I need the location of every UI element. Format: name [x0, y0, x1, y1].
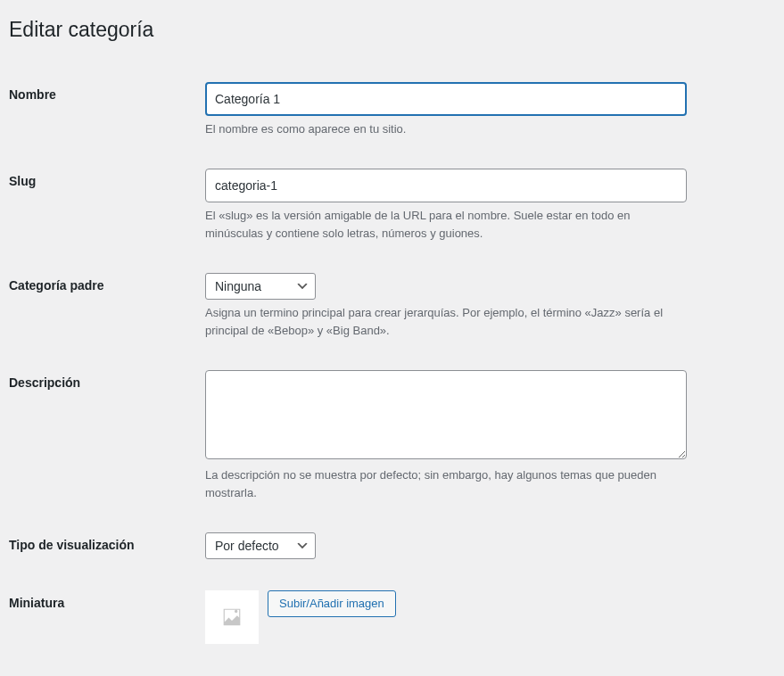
field-row-description: Descripción La descripción no se muestra…: [9, 357, 775, 519]
field-row-thumbnail: Miniatura Subir/Añadir imagen: [9, 577, 775, 662]
image-placeholder-icon: [219, 605, 244, 630]
edit-category-form: Editar categoría Nombre El nombre es com…: [9, 9, 775, 676]
field-row-display-type: Tipo de visualización Por defecto: [9, 519, 775, 577]
parent-select[interactable]: Ninguna: [205, 273, 316, 300]
slug-input[interactable]: [205, 169, 687, 202]
thumbnail-container: Subir/Añadir imagen: [205, 590, 766, 644]
display-type-label: Tipo de visualización: [9, 519, 205, 577]
upload-image-button[interactable]: Subir/Añadir imagen: [268, 590, 396, 617]
slug-label: Slug: [9, 155, 205, 260]
description-help: La descripción no se muestra por defecto…: [205, 466, 687, 501]
thumbnail-label: Miniatura: [9, 577, 205, 662]
parent-label: Categoría padre: [9, 260, 205, 357]
description-textarea[interactable]: [205, 370, 687, 459]
name-input[interactable]: [205, 82, 687, 116]
thumbnail-placeholder: [205, 590, 259, 644]
description-label: Descripción: [9, 357, 205, 519]
form-table: Nombre El nombre es como aparece en tu s…: [9, 69, 775, 663]
display-type-select[interactable]: Por defecto: [205, 532, 316, 559]
field-row-name: Nombre El nombre es como aparece en tu s…: [9, 69, 775, 156]
field-row-slug: Slug El «slug» es la versión amigable de…: [9, 155, 775, 260]
slug-description: El «slug» es la versión amigable de la U…: [205, 207, 687, 242]
page-title: Editar categoría: [9, 9, 775, 47]
field-row-parent: Categoría padre Ninguna Asigna un termin…: [9, 260, 775, 357]
parent-description: Asigna un termino principal para crear j…: [205, 304, 687, 339]
name-label: Nombre: [9, 69, 205, 156]
name-description: El nombre es como aparece en tu sitio.: [205, 120, 687, 138]
